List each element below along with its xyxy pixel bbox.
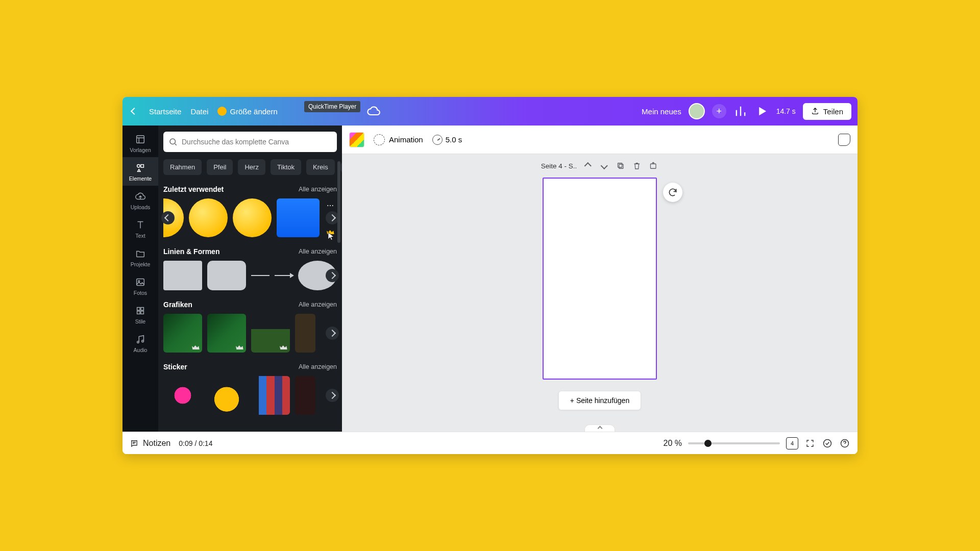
canvas-toolbar: Animation 5.0 s — [342, 126, 857, 154]
page-count-box[interactable]: 4 — [786, 437, 798, 449]
svg-rect-5 — [137, 308, 140, 311]
search-icon — [168, 137, 178, 146]
play-time: 0:09 / 0:14 — [179, 439, 212, 447]
sticker-next[interactable] — [326, 389, 339, 402]
rail-styles[interactable]: Stile — [122, 300, 158, 329]
graphic-vines[interactable] — [251, 314, 290, 353]
animation-button[interactable]: Animation — [374, 134, 423, 145]
chip-pfeil[interactable]: Pfeil — [207, 159, 233, 175]
rail-text[interactable]: Text — [122, 214, 158, 243]
chip-herz[interactable]: Herz — [238, 159, 265, 175]
svg-point-9 — [137, 341, 139, 343]
shape-square[interactable] — [163, 261, 202, 290]
svg-rect-14 — [650, 164, 656, 168]
share-icon — [811, 107, 819, 115]
resize-button[interactable]: Größe ändern — [217, 107, 277, 116]
zoom-thumb[interactable] — [704, 440, 712, 447]
rail-text-label: Text — [135, 233, 145, 239]
chip-tiktok[interactable]: Tiktok — [271, 159, 301, 175]
page-next[interactable] — [598, 160, 609, 171]
side-rail: Vorlagen Elemente Uploads Text Projekte … — [122, 126, 158, 432]
share-button[interactable]: Teilen — [803, 103, 851, 120]
search-input[interactable] — [182, 138, 332, 146]
background-color-swatch[interactable] — [349, 132, 364, 147]
sticker-runner[interactable] — [295, 376, 315, 415]
section-lines: Linien & Formen Alle anzeigen — [163, 247, 337, 290]
svg-rect-0 — [137, 136, 144, 143]
check-badge-button[interactable] — [822, 438, 833, 449]
notes-button[interactable]: Notizen — [130, 439, 170, 448]
rail-elements-label: Elemente — [129, 176, 152, 182]
elements-icon — [135, 162, 146, 173]
rail-projects[interactable]: Projekte — [122, 243, 158, 271]
zoom-value: 20 % — [664, 439, 682, 448]
delete-page-button[interactable] — [631, 160, 642, 171]
rail-photos-label: Fotos — [134, 290, 147, 296]
shape-rounded-square[interactable] — [207, 261, 246, 290]
graphics-next[interactable] — [326, 327, 339, 340]
help-button[interactable] — [839, 438, 850, 449]
svg-point-15 — [824, 439, 831, 447]
chip-kreis[interactable]: Kreis — [306, 159, 335, 175]
file-menu[interactable]: Datei — [190, 107, 208, 116]
project-name[interactable]: Mein neues — [642, 107, 681, 116]
svg-rect-3 — [137, 279, 144, 286]
crown-icon — [280, 344, 288, 350]
svg-point-10 — [142, 340, 144, 342]
regenerate-button[interactable] — [663, 183, 682, 202]
search-input-wrapper[interactable] — [163, 132, 337, 152]
assistant-button[interactable] — [838, 134, 850, 146]
rail-elements[interactable]: Elemente — [122, 157, 158, 186]
sticker-turkey[interactable] — [163, 376, 202, 415]
page-canvas[interactable] — [543, 178, 657, 380]
section-sticker-all[interactable]: Alle anzeigen — [299, 363, 337, 370]
avatar[interactable] — [689, 103, 705, 119]
more-icon[interactable]: ⋯ — [327, 202, 334, 210]
shape-arrow-line[interactable] — [275, 275, 293, 276]
rail-audio-label: Audio — [134, 347, 148, 353]
crown-icon — [217, 107, 227, 116]
tooltip-quicktime: QuickTime Player — [304, 101, 360, 112]
graphic-tree[interactable] — [295, 314, 315, 353]
rail-audio[interactable]: Audio — [122, 329, 158, 357]
recent-prev[interactable] — [161, 211, 175, 224]
page-prev[interactable] — [582, 160, 593, 171]
recent-item-yum-emoji[interactable]: ⋯ — [233, 198, 272, 237]
graphic-jungle-1[interactable] — [163, 314, 202, 353]
section-lines-title: Linien & Formen — [163, 247, 219, 256]
fullscreen-button[interactable] — [804, 438, 816, 449]
sticker-thumbsup[interactable] — [207, 376, 246, 415]
chip-rahmen[interactable]: Rahmen — [163, 159, 202, 175]
back-button[interactable] — [129, 106, 140, 117]
home-link[interactable]: Startseite — [149, 107, 181, 116]
sticker-barchart[interactable] — [251, 376, 290, 415]
share-label: Teilen — [823, 107, 843, 116]
recent-item-thinking-emoji[interactable] — [189, 198, 228, 237]
rail-templates[interactable]: Vorlagen — [122, 129, 158, 157]
graphic-jungle-2[interactable] — [207, 314, 246, 353]
rail-uploads-label: Uploads — [131, 204, 151, 210]
page-label: Seite 4 - S.. — [541, 162, 577, 170]
timeline-drawer-handle[interactable] — [584, 424, 615, 432]
page-duration-button[interactable]: 5.0 s — [432, 135, 462, 145]
duplicate-page-button[interactable] — [615, 160, 626, 171]
shape-line[interactable] — [251, 275, 270, 276]
present-button[interactable] — [755, 104, 769, 118]
insights-button[interactable] — [733, 104, 748, 118]
lines-next[interactable] — [326, 269, 339, 282]
section-graphics-title: Grafiken — [163, 300, 192, 309]
add-page-button[interactable]: + Seite hinzufügen — [558, 391, 641, 410]
recent-item-blue-gradient[interactable] — [277, 198, 320, 237]
section-lines-all[interactable]: Alle anzeigen — [299, 248, 337, 255]
main-area: Vorlagen Elemente Uploads Text Projekte … — [122, 126, 857, 432]
uploads-icon — [135, 191, 146, 202]
zoom-slider[interactable] — [688, 442, 780, 444]
section-graphics-all[interactable]: Alle anzeigen — [299, 301, 337, 308]
section-recent-all[interactable]: Alle anzeigen — [299, 186, 337, 193]
rail-uploads[interactable]: Uploads — [122, 186, 158, 214]
add-collaborator-button[interactable]: + — [712, 104, 726, 118]
expand-page-button[interactable] — [647, 160, 658, 171]
app-window: Startseite Datei Größe ändern QuickTime … — [122, 97, 857, 454]
panel-scrollbar[interactable] — [337, 161, 340, 243]
rail-photos[interactable]: Fotos — [122, 271, 158, 300]
